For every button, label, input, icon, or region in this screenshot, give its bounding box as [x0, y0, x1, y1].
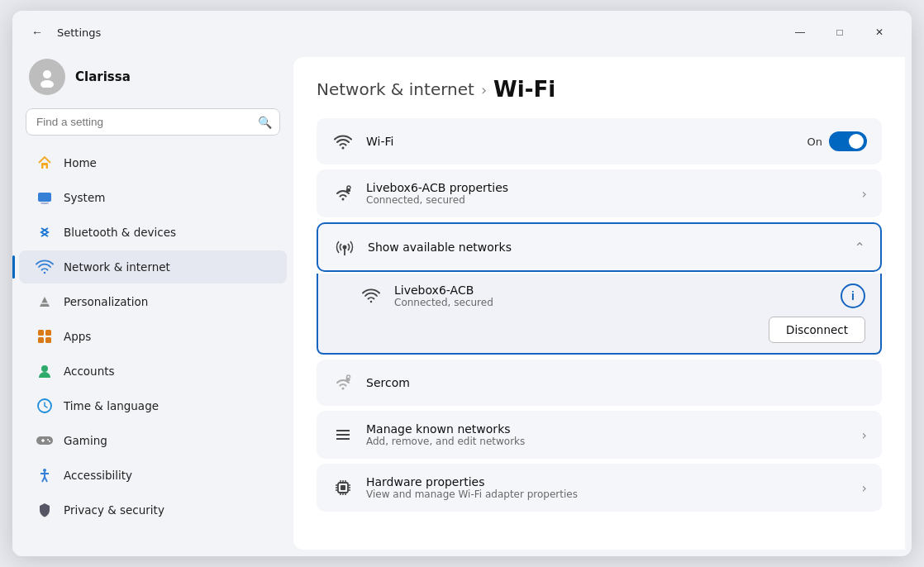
svg-rect-11	[45, 337, 51, 343]
network-icon	[36, 258, 54, 276]
disconnect-row: Disconnect	[360, 308, 880, 353]
connected-network-item: Livebox6-ACB Connected, secured i	[360, 274, 880, 308]
svg-rect-4	[38, 193, 51, 202]
sidebar-item-home[interactable]: Home	[19, 146, 287, 179]
sidebar-item-label-accounts: Accounts	[64, 364, 115, 378]
sidebar-item-label-time: Time & language	[64, 399, 159, 412]
breadcrumb-separator: ›	[481, 81, 487, 98]
svg-point-1	[40, 80, 54, 88]
show-networks-label: Show available networks	[368, 241, 843, 254]
wifi-toggle-area: On	[807, 131, 867, 151]
svg-rect-24	[346, 188, 350, 192]
wifi-toggle[interactable]	[829, 131, 867, 151]
sidebar-item-label-accessibility: Accessibility	[64, 469, 132, 482]
sidebar-item-apps[interactable]: Apps	[19, 320, 287, 353]
svg-point-18	[49, 441, 50, 442]
svg-point-0	[43, 70, 51, 79]
sidebar-item-time[interactable]: Time & language	[19, 389, 287, 422]
sidebar-item-accessibility[interactable]: Accessibility	[19, 459, 287, 492]
sidebar-item-label-network: Network & internet	[64, 260, 170, 274]
svg-rect-6	[40, 202, 49, 204]
sidebar-item-personalization[interactable]: Personalization	[19, 285, 287, 318]
breadcrumb-current: Wi-Fi	[493, 77, 555, 102]
back-button[interactable]: ←	[26, 21, 49, 44]
svg-rect-9	[45, 330, 51, 336]
chevron-right-icon: ›	[862, 186, 867, 202]
sercom-info: Sercom	[366, 376, 867, 389]
manage-known-info: Manage known networks Add, remove, and e…	[366, 422, 850, 447]
livebox-info: Livebox6-ACB properties Connected, secur…	[366, 181, 850, 206]
sidebar-item-label-bluetooth: Bluetooth & devices	[64, 226, 176, 239]
wifi-connected-icon	[360, 284, 383, 307]
svg-rect-10	[38, 337, 44, 343]
sidebar-item-label-gaming: Gaming	[64, 434, 107, 447]
breadcrumb: Network & internet › Wi-Fi	[317, 77, 882, 102]
home-icon	[36, 154, 54, 172]
sidebar-item-label-privacy: Privacy & security	[64, 503, 164, 517]
show-available-networks-header[interactable]: Show available networks ⌃	[317, 222, 882, 272]
search-input[interactable]	[26, 108, 280, 136]
system-icon	[36, 188, 54, 207]
toggle-state-label: On	[807, 136, 822, 148]
sidebar-item-bluetooth[interactable]: Bluetooth & devices	[19, 216, 287, 249]
settings-window: ← Settings — □ ✕ Clarissa 🔍	[12, 11, 912, 556]
wifi-secured-icon	[331, 182, 355, 205]
disconnect-button[interactable]: Disconnect	[769, 317, 865, 343]
antenna-icon	[333, 236, 356, 259]
sidebar-item-privacy[interactable]: Privacy & security	[19, 493, 287, 526]
svg-line-23	[45, 477, 47, 482]
close-button[interactable]: ✕	[860, 19, 898, 45]
sidebar-item-label-system: System	[64, 191, 105, 204]
username: Clarissa	[75, 69, 131, 84]
info-circle-button[interactable]: i	[841, 284, 865, 308]
sidebar-item-label-personalization: Personalization	[64, 295, 148, 308]
livebox-properties-card[interactable]: Livebox6-ACB properties Connected, secur…	[317, 169, 882, 217]
sidebar-item-label-apps: Apps	[64, 330, 91, 343]
svg-point-12	[41, 365, 48, 372]
chevron-up-icon: ⌃	[855, 240, 865, 255]
hardware-info: Hardware properties View and manage Wi-F…	[366, 475, 850, 500]
network-expanded-panel: Livebox6-ACB Connected, secured i Discon…	[317, 274, 882, 355]
search-icon: 🔍	[258, 116, 272, 129]
svg-point-19	[43, 469, 46, 472]
svg-rect-27	[346, 378, 350, 381]
sercom-card: Sercom	[317, 360, 882, 406]
manage-known-networks-card[interactable]: Manage known networks Add, remove, and e…	[317, 411, 882, 459]
wifi-icon	[331, 130, 355, 153]
chevron-right-icon-2: ›	[862, 427, 867, 443]
svg-rect-32	[341, 485, 345, 490]
main-content: Network & internet › Wi-Fi Wi-Fi	[293, 57, 905, 550]
search-box: 🔍	[26, 108, 280, 136]
sidebar-item-accounts[interactable]: Accounts	[19, 355, 287, 388]
window-title: Settings	[57, 26, 101, 39]
chip-icon	[331, 476, 355, 499]
apps-icon	[36, 327, 54, 345]
wifi-label: Wi-Fi	[366, 135, 796, 148]
minimize-button[interactable]: —	[781, 19, 819, 45]
sidebar-item-network[interactable]: Network & internet	[19, 250, 287, 284]
titlebar: ← Settings — □ ✕	[12, 11, 912, 50]
accessibility-icon	[36, 466, 54, 484]
wifi-lock-icon	[331, 371, 355, 394]
bluetooth-icon	[36, 223, 54, 241]
toggle-knob	[849, 134, 864, 149]
svg-rect-3	[44, 165, 46, 169]
user-profile: Clarissa	[12, 50, 293, 108]
svg-rect-8	[38, 330, 44, 336]
hardware-properties-card[interactable]: Hardware properties View and manage Wi-F…	[317, 464, 882, 512]
personalization-icon	[36, 293, 54, 311]
privacy-icon	[36, 501, 54, 519]
maximize-button[interactable]: □	[821, 19, 859, 45]
sidebar-item-label-home: Home	[64, 156, 97, 169]
sidebar-item-gaming[interactable]: Gaming	[19, 424, 287, 457]
sidebar-item-system[interactable]: System	[19, 181, 287, 214]
window-controls: — □ ✕	[781, 19, 898, 45]
wifi-toggle-card: Wi-Fi On	[317, 118, 882, 164]
accounts-icon	[36, 362, 54, 380]
content-area: Clarissa 🔍 Home	[12, 50, 912, 556]
list-icon	[331, 423, 355, 446]
chevron-right-icon-3: ›	[862, 480, 867, 496]
svg-point-17	[47, 439, 49, 441]
gaming-icon	[36, 431, 54, 450]
avatar	[29, 59, 65, 95]
